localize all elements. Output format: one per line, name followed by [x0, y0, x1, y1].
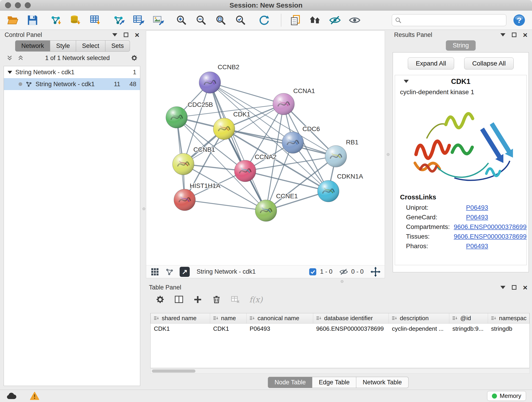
- protein-description: cyclin-dependent kinase 1: [395, 88, 526, 96]
- zoom-fit-button[interactable]: [215, 13, 227, 27]
- tab-style[interactable]: Style: [50, 40, 76, 51]
- import-network-database-button[interactable]: [69, 13, 82, 27]
- warnings-button[interactable]: [29, 391, 40, 401]
- zoom-selected-button[interactable]: [234, 13, 247, 27]
- network-node-hist1h1a[interactable]: HIST1H1A: [174, 182, 220, 211]
- column-header[interactable]: shared name: [151, 313, 210, 323]
- minimize-window-button[interactable]: [15, 2, 21, 8]
- tab-node-table[interactable]: Node Table: [268, 377, 312, 388]
- search-field[interactable]: [392, 14, 506, 26]
- network-overview-button[interactable]: [309, 13, 322, 27]
- network-edge[interactable]: [185, 200, 266, 211]
- network-edge[interactable]: [210, 83, 266, 211]
- table-panel-menu-icon[interactable]: [500, 286, 505, 289]
- zoom-out-button[interactable]: [195, 13, 208, 27]
- svg-text:?: ?: [517, 16, 522, 25]
- cloud-status-button[interactable]: [6, 391, 17, 401]
- scrollbar-thumb[interactable]: [152, 370, 196, 373]
- crosslink-value-link[interactable]: P06493: [466, 204, 488, 211]
- network-options-gear-icon[interactable]: [131, 54, 138, 62]
- search-input[interactable]: [404, 17, 503, 24]
- close-panel-icon[interactable]: ×: [135, 32, 139, 37]
- table-horizontal-scrollbar[interactable]: [150, 369, 530, 374]
- save-session-button[interactable]: [26, 13, 39, 27]
- table-options-gear-icon[interactable]: [155, 295, 165, 304]
- tab-edge-table[interactable]: Edge Table: [312, 377, 356, 388]
- column-header[interactable]: namespac: [488, 313, 529, 323]
- memory-button[interactable]: Memory: [487, 391, 526, 401]
- crosslink-value-link[interactable]: 9606.ENSP00000378699: [454, 233, 526, 240]
- tab-sets[interactable]: Sets: [105, 40, 130, 51]
- table-float-panel-icon[interactable]: [512, 285, 516, 290]
- delete-column-icon[interactable]: [212, 295, 221, 304]
- vertical-splitter-grip[interactable]: [143, 207, 145, 210]
- string-network-icon: [25, 81, 32, 88]
- show-columns-icon[interactable]: [174, 295, 184, 304]
- hide-selected-button[interactable]: [329, 13, 341, 27]
- column-header[interactable]: canonical name: [247, 313, 313, 323]
- network-node-ccnb2[interactable]: CCNB2: [199, 64, 239, 93]
- import-network-file-button[interactable]: [50, 13, 62, 27]
- show-all-button[interactable]: [348, 13, 361, 27]
- network-node-ccna1[interactable]: CCNA1: [273, 87, 315, 115]
- selected-checkbox-icon[interactable]: [309, 268, 317, 276]
- zoom-fit-icon: [215, 14, 227, 26]
- table-row[interactable]: CDK1CDK1P064939606.ENSP00000378699cyclin…: [151, 323, 530, 334]
- column-header[interactable]: database identifier: [313, 313, 389, 323]
- zoom-in-button[interactable]: [175, 13, 188, 27]
- results-close-panel-icon[interactable]: ×: [523, 32, 527, 37]
- pan-crosshair-icon[interactable]: [370, 267, 380, 277]
- network-collection-row[interactable]: String Network - cdk1 1: [4, 66, 140, 78]
- collapse-all-button[interactable]: Collapse All: [464, 57, 514, 70]
- tab-network[interactable]: Network: [15, 40, 50, 51]
- network-node-cdkn1a[interactable]: CDKN1A: [317, 173, 363, 202]
- close-window-button[interactable]: [5, 2, 11, 8]
- tree-expand-icon[interactable]: [7, 71, 12, 74]
- float-panel-icon[interactable]: [124, 32, 128, 37]
- tab-select[interactable]: Select: [76, 40, 105, 51]
- table-cell: stringdb: [488, 323, 529, 334]
- export-network-button[interactable]: [112, 13, 125, 27]
- warning-icon: [29, 391, 40, 401]
- network-edge[interactable]: [210, 83, 284, 104]
- table-cell: 9606.ENSP00000378699: [313, 323, 389, 334]
- crosslink-value-link[interactable]: P06493: [466, 242, 488, 250]
- results-splitter-grip[interactable]: [387, 153, 389, 156]
- crosslink-value-link[interactable]: 9606.ENSP00000378699: [454, 223, 526, 230]
- add-column-icon[interactable]: [193, 295, 203, 304]
- string-results-tab[interactable]: String: [446, 40, 476, 51]
- crosslink-label: Uniprot:: [406, 204, 466, 211]
- zoom-window-button[interactable]: [25, 2, 31, 8]
- column-header[interactable]: description: [389, 313, 449, 323]
- help-button[interactable]: ?: [513, 14, 526, 27]
- hidden-eye-slash-icon[interactable]: [339, 268, 348, 276]
- table-close-panel-icon[interactable]: ×: [523, 285, 527, 290]
- export-image-button[interactable]: [152, 13, 165, 27]
- horizontal-splitter-grip[interactable]: [341, 280, 343, 283]
- network-snapshot-button[interactable]: [289, 13, 302, 27]
- crosslink-value-link[interactable]: P06493: [466, 214, 488, 221]
- network-node-cdk1[interactable]: CDK1: [213, 111, 250, 140]
- collapse-protein-icon[interactable]: [404, 80, 409, 83]
- network-node-rb1[interactable]: RB1: [325, 139, 358, 167]
- network-row[interactable]: String Network - cdk1 11 48: [4, 78, 140, 90]
- export-table-button[interactable]: [132, 13, 145, 27]
- tab-network-table[interactable]: Network Table: [356, 377, 409, 388]
- expand-all-button[interactable]: Expand All: [408, 57, 454, 70]
- results-panel-menu-icon[interactable]: [500, 33, 505, 36]
- panel-menu-icon[interactable]: [112, 33, 117, 36]
- grid-layout-icon[interactable]: [150, 267, 159, 276]
- apply-style-refresh-button[interactable]: [258, 13, 270, 27]
- column-header[interactable]: @id: [449, 313, 488, 323]
- collapse-all-tree-icon[interactable]: [17, 54, 24, 62]
- import-table-button[interactable]: [89, 13, 102, 27]
- network-canvas[interactable]: CCNB2CCNA1CDC25BCDK1CDC6RB1CCNB1CCNA2CDK…: [146, 31, 385, 265]
- network-tree: String Network - cdk1 1 String Network -…: [4, 66, 140, 386]
- detach-view-button[interactable]: ↗: [180, 267, 190, 277]
- main-toolbar: ?: [0, 11, 532, 30]
- birdseye-view-icon[interactable]: [165, 267, 174, 276]
- expand-all-tree-icon[interactable]: [6, 54, 13, 62]
- results-float-panel-icon[interactable]: [512, 32, 516, 37]
- column-header[interactable]: name: [210, 313, 246, 323]
- open-session-button[interactable]: [6, 13, 19, 27]
